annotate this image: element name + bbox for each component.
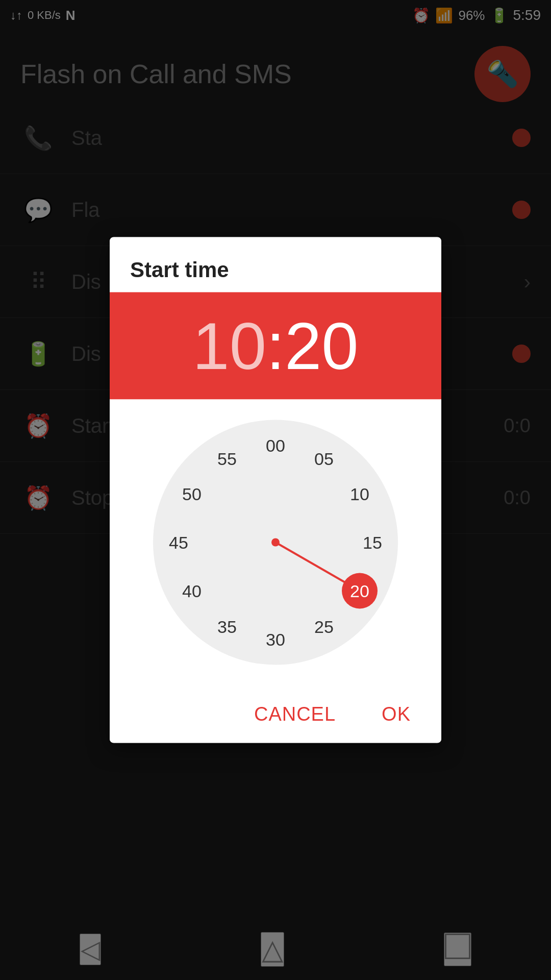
clock-number-45: 45 (163, 527, 194, 558)
clock-number-55: 55 (212, 444, 242, 474)
time-picker-dialog: Start time 10:20 00 05 10 15 (110, 237, 441, 743)
dialog-buttons: CANCEL OK (110, 685, 441, 743)
clock-number-20: 20 (342, 573, 378, 609)
clock-number-15: 15 (357, 527, 388, 558)
clock-number-00: 00 (260, 430, 291, 461)
clock-container: 00 05 10 15 20 25 30 35 40 45 50 55 (110, 400, 441, 685)
colon-separator: : (266, 309, 285, 383)
clock-number-10: 10 (344, 479, 375, 509)
clock-number-25: 25 (309, 611, 339, 642)
clock-number-40: 40 (177, 576, 207, 606)
clock-hand-line (276, 543, 346, 583)
clock-number-30: 30 (260, 624, 291, 655)
hour-display: 10 (192, 309, 266, 383)
clock-number-35: 35 (212, 611, 242, 642)
ok-button[interactable]: OK (371, 698, 421, 730)
cancel-button[interactable]: CANCEL (244, 698, 346, 730)
clock-number-05: 05 (309, 444, 339, 474)
dialog-title: Start time (110, 237, 441, 292)
clock-face[interactable]: 00 05 10 15 20 25 30 35 40 45 50 55 (153, 420, 398, 665)
time-value: 10:20 (130, 313, 421, 379)
clock-center-dot (271, 538, 280, 547)
time-display-header: 10:20 (110, 292, 441, 400)
clock-number-50: 50 (177, 479, 207, 509)
minute-display: 20 (285, 309, 359, 383)
